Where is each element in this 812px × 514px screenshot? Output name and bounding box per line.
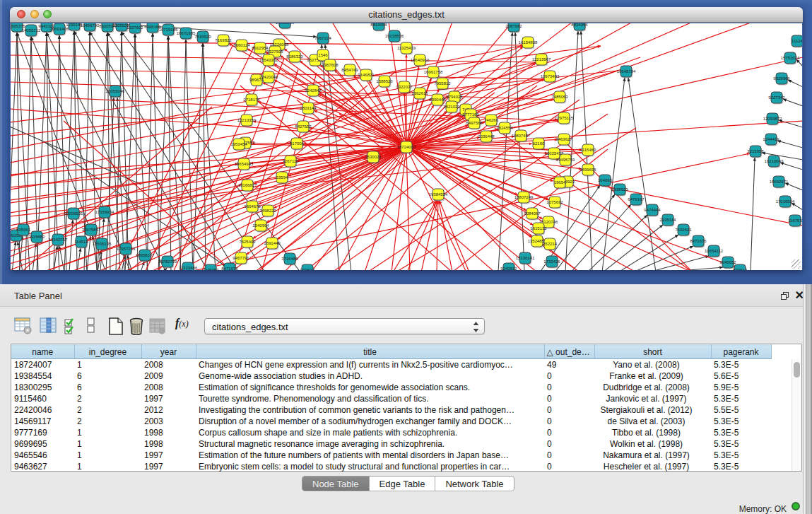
svg-text:1604678: 1604678 bbox=[244, 204, 261, 209]
svg-text:17359934: 17359934 bbox=[95, 210, 114, 214]
svg-text:2087682: 2087682 bbox=[505, 24, 522, 28]
svg-text:15692971: 15692971 bbox=[770, 180, 789, 184]
svg-text:9245652: 9245652 bbox=[719, 260, 736, 264]
svg-text:1540994: 1540994 bbox=[252, 223, 269, 228]
svg-text:9240512: 9240512 bbox=[500, 267, 517, 270]
svg-text:12213359: 12213359 bbox=[237, 118, 257, 122]
svg-text:9146821: 9146821 bbox=[358, 73, 375, 77]
svg-text:12505135: 12505135 bbox=[93, 242, 112, 246]
svg-text:9699695: 9699695 bbox=[579, 168, 596, 172]
svg-text:7163822: 7163822 bbox=[215, 38, 232, 42]
svg-text:2935114: 2935114 bbox=[660, 218, 677, 222]
svg-text:1527602: 1527602 bbox=[126, 25, 143, 30]
svg-text:6479197: 6479197 bbox=[628, 197, 645, 201]
svg-text:10654112: 10654112 bbox=[705, 249, 724, 253]
svg-text:8471676: 8471676 bbox=[221, 267, 238, 270]
svg-text:7485063: 7485063 bbox=[551, 95, 568, 99]
svg-text:12093872: 12093872 bbox=[763, 117, 782, 121]
svg-text:15136141: 15136141 bbox=[516, 256, 535, 260]
svg-text:10958107: 10958107 bbox=[136, 253, 155, 257]
svg-text:2718176: 2718176 bbox=[243, 98, 260, 102]
svg-text:1546: 1546 bbox=[318, 53, 328, 57]
svg-text:746266: 746266 bbox=[484, 118, 499, 122]
svg-text:17957253: 17957253 bbox=[117, 247, 136, 251]
svg-text:20206535: 20206535 bbox=[64, 211, 83, 216]
svg-text:8813054: 8813054 bbox=[370, 23, 387, 27]
svg-text:11124: 11124 bbox=[792, 39, 802, 43]
svg-text:53594: 53594 bbox=[276, 175, 288, 180]
svg-text:9777169: 9777169 bbox=[462, 112, 479, 117]
svg-text:7632621: 7632621 bbox=[675, 228, 692, 232]
svg-text:9329966: 9329966 bbox=[773, 76, 790, 81]
svg-text:8990448: 8990448 bbox=[429, 98, 446, 102]
svg-text:1322037: 1322037 bbox=[396, 85, 413, 89]
svg-text:3624554: 3624554 bbox=[496, 126, 513, 130]
svg-text:9327505: 9327505 bbox=[266, 49, 283, 54]
svg-text:19218506: 19218506 bbox=[385, 34, 404, 38]
svg-text:12342757: 12342757 bbox=[49, 238, 68, 242]
svg-text:15751074: 15751074 bbox=[781, 56, 800, 60]
svg-text:30975857: 30975857 bbox=[82, 228, 101, 232]
svg-text:1621022: 1621022 bbox=[443, 105, 460, 109]
svg-text:535061: 535061 bbox=[16, 228, 31, 232]
svg-text:1615132: 1615132 bbox=[530, 226, 547, 230]
svg-text:114519: 114519 bbox=[74, 240, 88, 244]
svg-text:1953454: 1953454 bbox=[230, 142, 247, 146]
svg-text:2036448: 2036448 bbox=[478, 134, 495, 139]
svg-text:8186323: 8186323 bbox=[286, 54, 303, 59]
svg-text:9115460: 9115460 bbox=[580, 148, 597, 152]
svg-text:10973493: 10973493 bbox=[541, 74, 560, 78]
svg-text:1362615: 1362615 bbox=[411, 91, 428, 95]
svg-text:18807249: 18807249 bbox=[514, 195, 534, 199]
svg-text:14055712: 14055712 bbox=[22, 28, 41, 33]
svg-text:2530021: 2530021 bbox=[365, 155, 382, 159]
svg-text:252214: 252214 bbox=[543, 242, 558, 246]
svg-text:1733426: 1733426 bbox=[543, 259, 560, 264]
svg-text:18724007: 18724007 bbox=[397, 145, 416, 149]
svg-text:9463627: 9463627 bbox=[555, 137, 572, 141]
svg-text:870912: 870912 bbox=[733, 268, 748, 270]
svg-text:11325419: 11325419 bbox=[397, 46, 416, 50]
svg-text:1075692: 1075692 bbox=[546, 200, 563, 204]
svg-text:6794028: 6794028 bbox=[446, 95, 463, 99]
svg-text:17016504: 17016504 bbox=[776, 199, 795, 204]
svg-text:8454749: 8454749 bbox=[341, 68, 358, 72]
svg-text:1588520: 1588520 bbox=[376, 79, 393, 83]
svg-text:7625402: 7625402 bbox=[239, 240, 256, 244]
svg-text:7957224: 7957224 bbox=[314, 36, 331, 40]
svg-text:19654: 19654 bbox=[554, 180, 566, 185]
svg-text:16782759: 16782759 bbox=[158, 259, 177, 264]
svg-text:2803144: 2803144 bbox=[300, 106, 317, 110]
svg-text:9245052: 9245052 bbox=[202, 268, 219, 270]
svg-text:1115682: 1115682 bbox=[29, 235, 45, 239]
svg-text:12213967: 12213967 bbox=[532, 57, 551, 62]
svg-text:9084067: 9084067 bbox=[524, 211, 541, 216]
svg-text:19166827: 19166827 bbox=[238, 183, 257, 187]
svg-text:970634: 970634 bbox=[300, 268, 315, 270]
svg-text:9227342: 9227342 bbox=[768, 95, 785, 100]
svg-text:12323466: 12323466 bbox=[179, 266, 198, 270]
svg-text:20053346: 20053346 bbox=[106, 89, 125, 93]
svg-text:10456790: 10456790 bbox=[81, 23, 100, 28]
svg-text:3267110: 3267110 bbox=[283, 159, 300, 163]
svg-text:164095: 164095 bbox=[598, 178, 613, 182]
svg-text:917006: 917006 bbox=[290, 141, 305, 146]
svg-text:10719185: 10719185 bbox=[159, 28, 178, 32]
svg-text:13495759: 13495759 bbox=[556, 158, 575, 162]
svg-text:3215958: 3215958 bbox=[747, 149, 764, 153]
svg-text:2367608: 2367608 bbox=[322, 63, 339, 67]
svg-text:1244419: 1244419 bbox=[763, 137, 779, 141]
svg-text:9457791: 9457791 bbox=[233, 256, 249, 260]
svg-text:16648784: 16648784 bbox=[617, 69, 636, 74]
svg-text:9242848: 9242848 bbox=[305, 88, 322, 93]
svg-text:62160: 62160 bbox=[533, 141, 545, 146]
svg-text:7515520: 7515520 bbox=[194, 35, 211, 39]
svg-text:8834054: 8834054 bbox=[571, 23, 588, 27]
svg-text:8660124: 8660124 bbox=[233, 43, 250, 47]
svg-text:3716485: 3716485 bbox=[281, 257, 298, 261]
svg-text:18640910: 18640910 bbox=[411, 58, 430, 62]
svg-text:16154808: 16154808 bbox=[519, 40, 538, 45]
svg-text:19654945: 19654945 bbox=[235, 162, 254, 166]
svg-text:16543362: 16543362 bbox=[259, 58, 278, 62]
svg-text:5938923: 5938923 bbox=[611, 187, 628, 192]
